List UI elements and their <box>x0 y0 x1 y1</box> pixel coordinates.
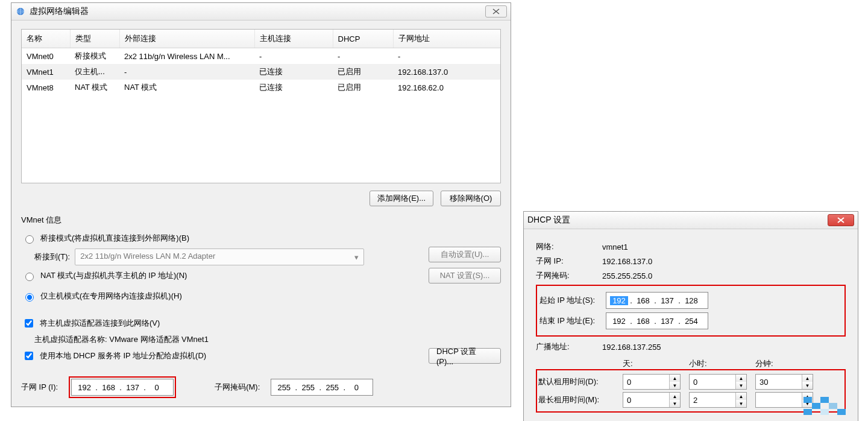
spin-up-icon[interactable]: ▲ <box>802 375 813 382</box>
auto-settings-button[interactable]: 自动设置(U)... <box>429 247 501 262</box>
pixel-obscure-block <box>804 397 846 415</box>
cell-type: 桥接模式 <box>70 48 119 65</box>
table-row[interactable]: VMnet8NAT 模式NAT 模式已连接已启用192.168.62.0 <box>22 80 500 95</box>
cell-external: NAT 模式 <box>119 80 254 95</box>
spin-down-icon[interactable]: ▼ <box>802 382 813 389</box>
col-subnet[interactable]: 子网地址 <box>393 30 500 48</box>
bridge-radio-label: 桥接模式(将虚拟机直接连接到外部网络)(B) <box>40 233 189 244</box>
default-hours-spinner[interactable]: 0▲▼ <box>689 374 747 390</box>
col-name[interactable]: 名称 <box>22 30 70 48</box>
cell-subnet: 192.168.137.0 <box>393 64 500 80</box>
minutes-header: 分钟: <box>753 358 819 369</box>
vmnet-info-label: VMnet 信息 <box>21 215 501 226</box>
dhcp-settings-window: DHCP 设置 网络:vmnet1 子网 IP:192.168.137.0 子网… <box>523 211 858 421</box>
start-ip-input[interactable]: 192. 168. 137. 128 <box>606 292 708 309</box>
nat-radio-label: NAT 模式(与虚拟机共享主机的 IP 地址)(N) <box>40 270 187 281</box>
cell-name: VMnet0 <box>22 48 70 65</box>
vnet-window-body: 名称 类型 外部连接 主机连接 DHCP 子网地址 VMnet0桥接模式2x2 … <box>11 21 511 407</box>
network-table: 名称 类型 外部连接 主机连接 DHCP 子网地址 VMnet0桥接模式2x2 … <box>22 30 500 95</box>
hours-header: 小时: <box>687 358 753 369</box>
dhcp-settings-button[interactable]: DHCP 设置(P)... <box>429 348 501 364</box>
dhcp-window-body: 网络:vmnet1 子网 IP:192.168.137.0 子网掩码:255.2… <box>524 229 858 421</box>
dhcp-subnetmask-value: 255.255.255.0 <box>602 271 846 280</box>
cell-name: VMnet8 <box>22 80 70 95</box>
close-icon <box>492 8 500 14</box>
dhcp-subnetip-value: 192.168.137.0 <box>602 257 846 266</box>
default-minutes-spinner[interactable]: 30▲▼ <box>755 374 813 390</box>
connect-host-label: 将主机虚拟适配器连接到此网络(V) <box>40 318 160 329</box>
network-table-container: 名称 类型 外部连接 主机连接 DHCP 子网地址 VMnet0桥接模式2x2 … <box>21 29 501 183</box>
end-ip-label: 结束 IP 地址(E): <box>539 315 606 326</box>
cell-host: 已连接 <box>254 80 333 95</box>
add-network-button[interactable]: 添加网络(E)... <box>370 191 433 206</box>
spin-up-icon[interactable]: ▲ <box>670 393 680 400</box>
spin-down-icon[interactable]: ▼ <box>670 400 680 407</box>
close-button[interactable] <box>485 5 507 17</box>
ip-range-highlight: 起始 IP 地址(S): 192. 168. 137. 128 结束 IP 地址… <box>536 285 846 337</box>
use-dhcp-label: 使用本地 DHCP 服务将 IP 地址分配给虚拟机(D) <box>40 350 206 361</box>
vnet-window-title: 虚拟网络编辑器 <box>30 6 89 17</box>
nat-settings-button[interactable]: NAT 设置(S)... <box>429 268 501 283</box>
cell-host: - <box>254 48 333 65</box>
cell-host: 已连接 <box>254 64 333 80</box>
lease-headers: 天: 小时: 分钟: <box>536 358 846 369</box>
close-button[interactable] <box>828 214 854 226</box>
subnet-mask-input[interactable]: 255. 255. 255. 0 <box>271 379 373 396</box>
dhcp-network-label: 网络: <box>536 241 602 252</box>
end-ip-input[interactable]: 192. 168. 137. 254 <box>606 312 708 329</box>
cell-subnet: 192.168.62.0 <box>393 80 500 95</box>
cell-subnet: - <box>393 48 500 65</box>
spin-down-icon[interactable]: ▼ <box>670 382 680 389</box>
col-dhcp[interactable]: DHCP <box>333 30 393 48</box>
globe-icon <box>15 6 26 17</box>
bridge-radio[interactable] <box>25 235 34 244</box>
cell-external: 2x2 11b/g/n Wireless LAN M... <box>119 48 254 65</box>
vmnet-info-group: VMnet 信息 桥接模式(将虚拟机直接连接到外部网络)(B) 桥接到(T): … <box>21 215 501 398</box>
check-row-connect-host[interactable]: 将主机虚拟适配器连接到此网络(V) <box>22 317 501 329</box>
radio-row-hostonly[interactable]: 仅主机模式(在专用网络内连接虚拟机)(H) <box>22 291 501 302</box>
spin-up-icon[interactable]: ▲ <box>736 393 746 400</box>
hostonly-radio-label: 仅主机模式(在专用网络内连接虚拟机)(H) <box>40 291 182 302</box>
table-row[interactable]: VMnet0桥接模式2x2 11b/g/n Wireless LAN M...-… <box>22 48 500 65</box>
default-days-spinner[interactable]: 0▲▼ <box>623 374 681 390</box>
cell-external: - <box>119 64 254 80</box>
cell-dhcp: 已启用 <box>333 80 393 95</box>
col-host[interactable]: 主机连接 <box>254 30 333 48</box>
subnet-ip-label: 子网 IP (I): <box>21 382 58 393</box>
remove-network-button[interactable]: 移除网络(O) <box>441 191 501 206</box>
cell-dhcp: 已启用 <box>333 64 393 80</box>
col-external[interactable]: 外部连接 <box>119 30 254 48</box>
subnet-ip-input[interactable]: 192. 168. 137. 0 <box>71 379 174 396</box>
spin-up-icon[interactable]: ▲ <box>736 375 746 382</box>
max-days-spinner[interactable]: 0▲▼ <box>623 392 681 408</box>
spin-down-icon[interactable]: ▼ <box>736 400 746 407</box>
nat-radio[interactable] <box>25 273 34 281</box>
max-lease-label: 最长租用时间(M): <box>538 394 623 405</box>
use-dhcp-checkbox[interactable] <box>25 352 33 360</box>
table-row[interactable]: VMnet1仅主机...-已连接已启用192.168.137.0 <box>22 64 500 80</box>
dhcp-subnetmask-label: 子网掩码: <box>536 270 602 281</box>
cell-type: 仅主机... <box>70 64 119 80</box>
subnet-mask-label: 子网掩码(M): <box>215 382 260 393</box>
cell-type: NAT 模式 <box>70 80 119 95</box>
start-ip-label: 起始 IP 地址(S): <box>539 295 606 306</box>
hostonly-radio[interactable] <box>25 293 34 302</box>
chevron-down-icon: ▾ <box>354 253 359 262</box>
spin-down-icon[interactable]: ▼ <box>736 382 746 389</box>
connect-host-checkbox[interactable] <box>25 319 33 328</box>
cell-name: VMnet1 <box>22 64 70 80</box>
subnet-fields-row: 子网 IP (I): 192. 168. 137. 0 子网掩码(M): 255… <box>21 376 501 398</box>
dhcp-titlebar: DHCP 设置 <box>524 212 858 229</box>
max-hours-spinner[interactable]: 2▲▼ <box>689 392 747 408</box>
radio-row-nat[interactable]: NAT 模式(与虚拟机共享主机的 IP 地址)(N) <box>22 270 423 281</box>
dhcp-window-title: DHCP 设置 <box>527 215 570 226</box>
broadcast-label: 广播地址: <box>536 341 602 352</box>
bridge-to-select[interactable]: 2x2 11b/g/n Wireless LAN M.2 Adapter ▾ <box>75 248 364 265</box>
close-icon <box>837 217 844 223</box>
vnet-titlebar: 虚拟网络编辑器 <box>11 3 511 21</box>
radio-row-bridge[interactable]: 桥接模式(将虚拟机直接连接到外部网络)(B) <box>22 233 423 244</box>
col-type[interactable]: 类型 <box>70 30 119 48</box>
check-row-use-dhcp[interactable]: 使用本地 DHCP 服务将 IP 地址分配给虚拟机(D) <box>22 350 423 362</box>
cell-dhcp: - <box>333 48 393 65</box>
spin-up-icon[interactable]: ▲ <box>670 375 680 382</box>
